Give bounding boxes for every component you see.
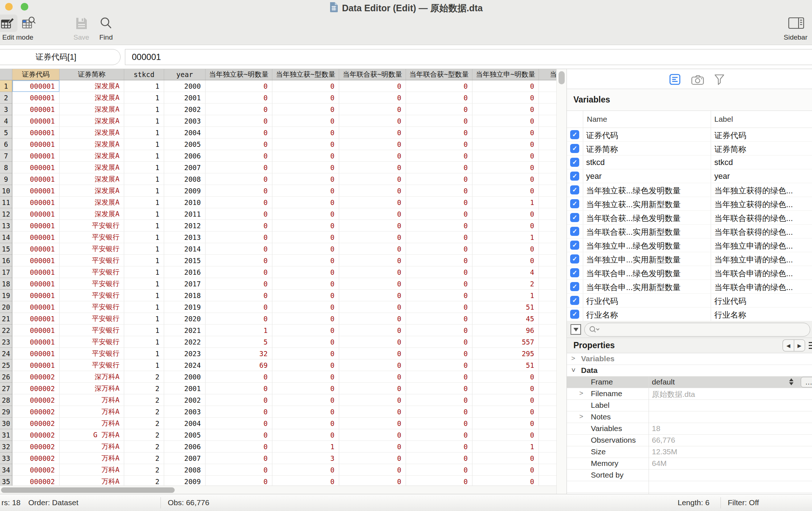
grid-cell[interactable]: 1 [472, 441, 539, 452]
grid-cell[interactable]: 0 [472, 150, 539, 162]
grid-cell[interactable]: 000001 [12, 185, 60, 197]
row-number[interactable]: 7 [0, 150, 12, 162]
grid-cell[interactable]: 557 [472, 336, 539, 348]
property-row[interactable]: Label [567, 400, 812, 411]
grid-cell[interactable]: 万科A [60, 418, 124, 429]
grid-cell[interactable]: 2007 [164, 162, 206, 173]
grid-cell[interactable] [539, 452, 556, 464]
grid-cell[interactable]: 0 [339, 383, 406, 394]
chevron-right-icon[interactable]: > [571, 354, 575, 362]
grid-cell[interactable]: 0 [272, 185, 339, 197]
grid-cell[interactable]: 0 [472, 115, 539, 127]
grid-cell[interactable]: 0 [206, 418, 272, 429]
property-value[interactable]: 66,776 [652, 436, 675, 444]
grid-cell[interactable]: 深发展A [60, 127, 124, 138]
grid-cell[interactable]: 1 [472, 290, 539, 301]
grid-cell[interactable]: 0 [339, 208, 406, 220]
grid-cell[interactable]: 2 [124, 406, 164, 418]
grid-cell[interactable]: 1 [124, 185, 164, 197]
grid-cell[interactable] [539, 220, 556, 232]
grid-cell[interactable]: 000001 [12, 243, 60, 255]
grid-cell[interactable]: 平安银行 [60, 220, 124, 232]
variable-row[interactable]: ✓当年联合获...实用新型数量当年联合获得的绿色... [567, 225, 812, 238]
grid-cell[interactable]: 0 [272, 313, 339, 325]
grid-cell[interactable]: 0 [339, 197, 406, 208]
grid-cell[interactable]: 0 [272, 429, 339, 441]
grid-cell[interactable]: 000002 [12, 406, 60, 418]
row-number[interactable]: 17 [0, 266, 12, 278]
grid-cell[interactable]: 0 [206, 452, 272, 464]
grid-cell[interactable]: 45 [472, 313, 539, 325]
grid-cell[interactable]: 2 [124, 452, 164, 464]
grid-cell[interactable]: 0 [406, 383, 472, 394]
forward-arrow-button[interactable]: ▶ [794, 339, 805, 351]
grid-cell[interactable] [539, 290, 556, 301]
grid-cell[interactable] [539, 348, 556, 359]
grid-cell[interactable]: 0 [472, 452, 539, 464]
grid-cell[interactable]: 000001 [12, 290, 60, 301]
grid-cell[interactable]: 000001 [12, 150, 60, 162]
grid-cell[interactable]: 0 [272, 394, 339, 406]
grid-cell[interactable]: 0 [206, 383, 272, 394]
property-value[interactable]: 64M [652, 459, 667, 468]
grid-cell[interactable]: 0 [472, 383, 539, 394]
property-row[interactable]: Memory64M [567, 458, 812, 470]
grid-cell[interactable]: 0 [206, 197, 272, 208]
grid-cell[interactable]: 000001 [12, 208, 60, 220]
variable-checkbox[interactable]: ✓ [570, 213, 579, 222]
variable-checkbox[interactable]: ✓ [570, 282, 579, 291]
name-column-header[interactable]: Name [587, 115, 607, 124]
grid-cell[interactable]: 2020 [164, 313, 206, 325]
row-number[interactable]: 6 [0, 138, 12, 150]
grid-cell[interactable]: 深万科A [60, 383, 124, 394]
grid-cell[interactable]: 0 [339, 232, 406, 243]
grid-cell[interactable]: 2021 [164, 325, 206, 336]
grid-cell[interactable]: 0 [472, 162, 539, 173]
grid-cell[interactable]: 1 [124, 301, 164, 313]
grid-cell[interactable]: 0 [272, 92, 339, 104]
grid-cell[interactable]: 1 [124, 325, 164, 336]
grid-cell[interactable]: 000002 [12, 464, 60, 476]
property-row[interactable]: >Filename原始数据.dta [567, 388, 812, 400]
grid-cell[interactable] [539, 336, 556, 348]
row-number[interactable]: 18 [0, 278, 12, 290]
grid-cell[interactable]: 0 [272, 255, 339, 266]
grid-cell[interactable]: 0 [272, 418, 339, 429]
back-arrow-button[interactable]: ◀ [783, 339, 794, 351]
grid-cell[interactable]: 0 [339, 325, 406, 336]
grid-cell[interactable]: 平安银行 [60, 255, 124, 266]
grid-cell[interactable]: 0 [406, 313, 472, 325]
grid-cell[interactable]: 1 [124, 162, 164, 173]
property-row[interactable]: Observations66,776 [567, 435, 812, 446]
grid-cell[interactable]: 0 [206, 208, 272, 220]
grid-cell[interactable]: 万科A [60, 464, 124, 476]
grid-cell[interactable]: 万科A [60, 394, 124, 406]
grid-cell[interactable]: 0 [206, 173, 272, 185]
variable-row[interactable]: ✓当年独立获...实用新型数量当年独立获得的绿色... [567, 197, 812, 211]
grid-cell[interactable]: 平安银行 [60, 243, 124, 255]
grid-cell[interactable]: 0 [339, 406, 406, 418]
grid-cell[interactable]: 0 [272, 162, 339, 173]
grid-cell[interactable]: 0 [339, 150, 406, 162]
variable-row[interactable]: ✓stkcdstkcd [567, 156, 812, 169]
grid-cell[interactable]: 深发展A [60, 115, 124, 127]
edit-mode-icon[interactable] [1, 16, 15, 32]
grid-cell[interactable]: 0 [339, 185, 406, 197]
row-number[interactable]: 33 [0, 452, 12, 464]
grid-cell[interactable]: 2023 [164, 348, 206, 359]
grid-cell[interactable]: 0 [272, 406, 339, 418]
grid-cell[interactable]: 2003 [164, 115, 206, 127]
grid-cell[interactable]: 1 [124, 243, 164, 255]
row-number[interactable]: 15 [0, 243, 12, 255]
cell-value-input[interactable]: 000001 [125, 49, 812, 65]
grid-cell[interactable]: 0 [206, 92, 272, 104]
browse-mode-icon[interactable] [22, 16, 36, 32]
grid-cell[interactable] [539, 173, 556, 185]
grid-cell[interactable]: 1 [124, 348, 164, 359]
grid-cell[interactable] [539, 278, 556, 290]
grid-cell[interactable]: 0 [339, 104, 406, 115]
row-number[interactable]: 26 [0, 371, 12, 383]
variable-row[interactable]: ✓当年联合获...绿色发明数量当年联合获得的绿色... [567, 211, 812, 225]
grid-cell[interactable] [539, 371, 556, 383]
grid-cell[interactable]: 0 [339, 138, 406, 150]
